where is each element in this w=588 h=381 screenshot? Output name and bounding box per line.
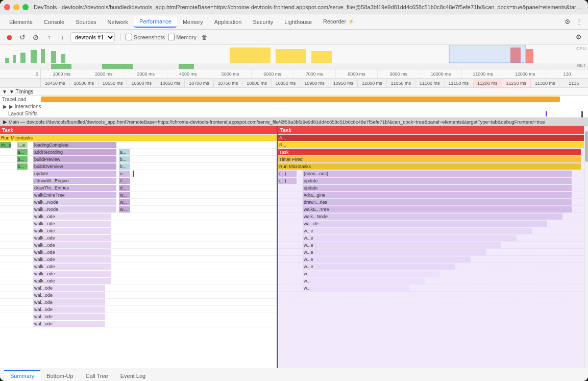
bar-b2[interactable]: b... — [119, 156, 130, 162]
tab-elements[interactable]: Elements — [4, 17, 38, 27]
bar-wa-de[interactable]: wa...de — [303, 221, 547, 227]
bar-rs[interactable]: #r...s — [0, 142, 11, 148]
left-row-3[interactable]: a... addRecording a... — [0, 149, 277, 156]
right-row-we-5[interactable]: w...e — [278, 256, 584, 263]
tab-call-tree[interactable]: Call Tree — [80, 370, 114, 381]
bar-r[interactable]: R... — [278, 142, 584, 148]
bar-walk-ode-7[interactable]: walk...ode — [33, 256, 111, 263]
bar-walk-ode-4[interactable]: walk...ode — [33, 235, 111, 241]
bar-add-recording[interactable]: addRecording — [33, 149, 116, 155]
tab-recorder[interactable]: Recorder ⚡ — [318, 16, 360, 27]
bar-u2[interactable]: u... — [119, 171, 130, 177]
bar-walk-ode-8[interactable]: walk...ode — [33, 264, 111, 270]
bar-we-1[interactable]: w...e — [303, 228, 532, 234]
bar-walk-node-r[interactable]: walk...Node — [303, 213, 562, 220]
left-row-2[interactable]: #r...s i...e loadingComplete — [0, 141, 277, 149]
right-row-w-2[interactable]: w... — [278, 277, 584, 284]
right-row-update2[interactable]: update — [278, 184, 584, 192]
bar-w-2[interactable]: w... — [303, 278, 425, 284]
download-button[interactable]: ↓ — [57, 32, 67, 42]
bar-ie[interactable]: i...e — [17, 142, 28, 148]
right-row-w-1[interactable]: w... — [278, 270, 584, 277]
right-row-walk-node-r[interactable]: walk...Node — [278, 213, 584, 220]
tab-bottom-up[interactable]: Bottom-Up — [40, 370, 80, 381]
left-row-walk-ode-6[interactable]: walk...ode — [0, 249, 277, 256]
right-row-we-4[interactable]: w...e — [278, 249, 584, 256]
timings-header[interactable]: ▼ ▼ Timings — [0, 88, 588, 96]
bar-wal-ode-3[interactable]: wal...ode — [33, 299, 105, 305]
refresh-record-button[interactable]: ↺ — [17, 32, 28, 42]
vertical-scrollbar[interactable] — [584, 126, 588, 368]
interactions-row[interactable]: ▶ ▶ Interactions — [0, 103, 588, 110]
right-row-w-3[interactable]: w... — [278, 284, 584, 292]
right-row-dra-gine[interactable]: #dra...gine — [278, 192, 584, 199]
left-row-walk-ode-4[interactable]: walk...ode — [0, 234, 277, 242]
bar-timer-fired[interactable]: Timer Fired — [278, 156, 581, 162]
left-row-walk-ode-5[interactable]: walk...ode — [0, 242, 277, 249]
upload-button[interactable]: ↑ — [44, 32, 54, 42]
bar-update-r2[interactable]: update — [303, 185, 572, 191]
right-row-anon[interactable]: (...) (anon...ous) — [278, 170, 584, 177]
right-row-we-2[interactable]: w...e — [278, 234, 584, 242]
tab-network[interactable]: Network — [103, 17, 133, 27]
left-row-wal-ode-4[interactable]: wal...ode — [0, 306, 277, 313]
left-flame-scroll[interactable]: Run Microtasks #r...s i...e loadingCompl… — [0, 134, 277, 368]
left-row-walk-ode-3[interactable]: walk...ode — [0, 227, 277, 234]
tab-summary[interactable]: Summary — [4, 370, 40, 381]
right-flame-scroll[interactable]: A... R... Task Timer Fired — [278, 134, 584, 368]
right-row-walke-tree[interactable]: walkE...Tree — [278, 206, 584, 213]
session-select[interactable]: devtools #1 — [70, 32, 115, 42]
bar-task[interactable]: Task — [278, 149, 581, 155]
right-row-we-6[interactable]: w...e — [278, 263, 584, 270]
tab-memory[interactable]: Memory — [178, 17, 208, 27]
left-row-wal-ode-1[interactable]: wal...ode — [0, 284, 277, 292]
bar-dots1[interactable]: (...) — [278, 171, 297, 177]
left-row-walk-ode-10[interactable]: walk...ode — [0, 277, 277, 284]
bar-walk-node2[interactable]: walk...Node — [33, 206, 116, 212]
bar-wal-ode-5[interactable]: wal...ode — [33, 314, 105, 320]
right-row-timer[interactable]: Timer Fired — [278, 156, 584, 163]
left-row-walk-ode-2[interactable]: walk...ode — [0, 220, 277, 227]
maximize-button[interactable] — [22, 4, 29, 10]
right-row-update1[interactable]: (...) update — [278, 177, 584, 184]
tab-application[interactable]: Application — [209, 17, 247, 27]
bar-dra-gine[interactable]: #dra...gine — [303, 192, 572, 198]
left-row-walk-node2[interactable]: walk...Node w... — [0, 206, 277, 213]
bar-b1[interactable]: b... — [17, 156, 28, 162]
bar-walk-ode-10[interactable]: walk...ode — [33, 278, 111, 284]
bar-walk-ode-6[interactable]: walk...ode — [33, 249, 111, 255]
left-row-walk-tree[interactable]: walkEntireTree w... — [0, 192, 277, 199]
right-row-a[interactable]: A... — [278, 134, 584, 141]
more-button[interactable]: ⋮ — [574, 17, 584, 27]
bar-update1[interactable]: update — [33, 171, 116, 177]
bar-we-5[interactable]: w...e — [303, 256, 471, 263]
bar-walk-tree[interactable]: walkEntireTree — [33, 192, 116, 198]
tab-sources[interactable]: Sources — [70, 17, 101, 27]
bar-a-header[interactable]: A... — [278, 135, 584, 141]
settings-button[interactable]: ⚙ — [562, 17, 573, 27]
left-row-walk-node1[interactable]: walk...Node w... — [0, 199, 277, 206]
settings-gear-button[interactable]: ⚙ — [574, 32, 584, 42]
bar-draw-engine[interactable]: #drawW...Engine — [33, 178, 116, 184]
bar-build-overview[interactable]: buildOverview — [33, 163, 116, 170]
bar-wal-ode-4[interactable]: wal...ode — [33, 306, 105, 313]
bar-w3[interactable]: w... — [119, 206, 130, 212]
bar-b3[interactable]: b... — [17, 163, 28, 170]
bar-hash[interactable]: #... — [119, 178, 130, 184]
bar-wal-ode-6[interactable]: wal...ode — [33, 321, 105, 327]
right-row-run-microtasks[interactable]: Run Microtasks — [278, 163, 584, 170]
left-row-draw-thr[interactable]: drawThr...Entries d... — [0, 184, 277, 192]
left-row-walk-ode-1[interactable]: walk...ode — [0, 213, 277, 220]
bar-draw-t[interactable]: drawT...ries — [303, 199, 572, 205]
bar-w1[interactable]: w... — [119, 192, 130, 198]
clear-button[interactable]: ⊘ — [31, 32, 41, 42]
bar-run-microtasks[interactable]: Run Microtasks — [0, 135, 277, 141]
left-row-4[interactable]: b... buildPreview b... — [0, 156, 277, 163]
bar-we-4[interactable]: w...e — [303, 249, 486, 255]
left-row-wal-ode-5[interactable]: wal...ode — [0, 313, 277, 320]
left-row-walk-ode-7[interactable]: walk...ode — [0, 256, 277, 263]
bar-walk-ode-5[interactable]: walk...ode — [33, 242, 111, 248]
bar-anon[interactable]: (anon...ous) — [303, 171, 572, 177]
tab-lighthouse[interactable]: Lighthouse — [279, 17, 317, 27]
bar-b4[interactable]: b... — [119, 163, 130, 170]
